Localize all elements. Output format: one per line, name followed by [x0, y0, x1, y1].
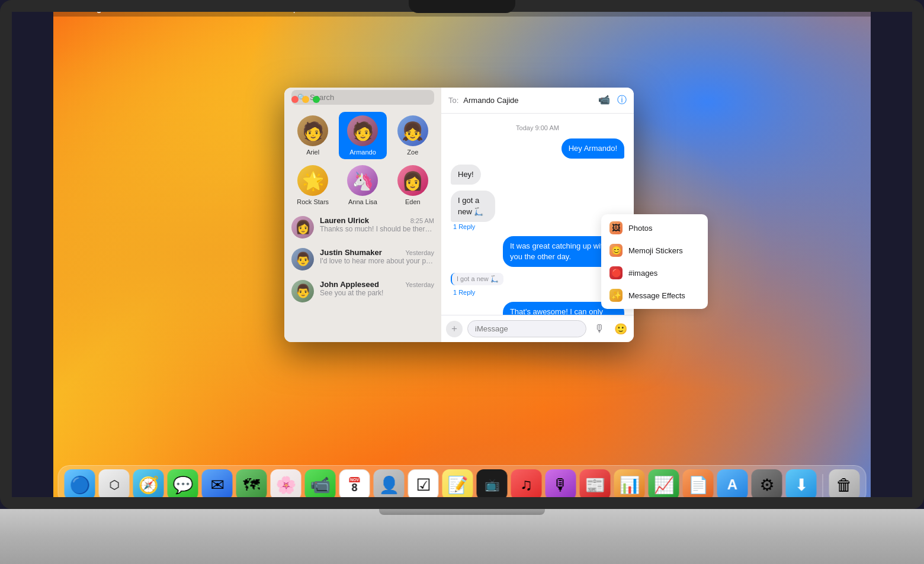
pinned-contact-armando[interactable]: 🧑 Armando — [339, 112, 386, 159]
search-icon[interactable]: 🔍 — [777, 4, 785, 12]
menubar-app-name[interactable]: Messages — [73, 4, 110, 13]
dock-systemprefs[interactable]: ⚙ — [752, 469, 782, 500]
popover-item-photos[interactable]: 🖼 Photos — [601, 217, 708, 239]
wifi-icon[interactable]: WiFi — [756, 4, 771, 12]
msg-header-lauren: Lauren Ulrick 8:25 AM — [320, 216, 434, 225]
dock-music[interactable]: ♫ — [511, 469, 542, 500]
dock-appletv[interactable]: 📺 — [477, 469, 508, 500]
bubble-row-1: Hey Armando! — [451, 138, 624, 159]
apple-logo-icon[interactable]:  — [60, 4, 63, 14]
pinned-name-ariel: Ariel — [306, 149, 319, 156]
maximize-button[interactable] — [313, 96, 320, 103]
emoji-button[interactable]: 🙂 — [612, 321, 629, 337]
pinned-contact-annalisa[interactable]: 🦄 Anna Lisa — [339, 162, 386, 209]
dock-trash[interactable]: 🗑 — [829, 469, 860, 500]
dock-keynote[interactable]: 📊 — [614, 469, 645, 500]
bubble-2: Hey! — [451, 165, 481, 185]
battery-icon: ▮▮▮▮ — [734, 4, 750, 12]
menu-conversation[interactable]: Conversation — [190, 4, 236, 13]
popover-item-memoji[interactable]: 😊 Memoji Stickers — [601, 239, 708, 262]
dock-mail[interactable]: ✉ — [202, 469, 233, 500]
msg-preview-lauren: Thanks so much! I should be there by 9:0… — [320, 225, 434, 233]
msg-name-john: John Appleseed — [320, 280, 379, 289]
bubble-row-3: I got a new 🛴 1 Reply — [451, 191, 624, 230]
list-item-john[interactable]: 👨 John Appleseed Yesterday See you at th… — [284, 275, 441, 307]
volume-icon[interactable]: 🔊 — [719, 4, 728, 12]
control-center-icon[interactable]: ⊞ — [791, 4, 797, 12]
dock-news[interactable]: 📰 — [580, 469, 611, 500]
traffic-lights — [291, 96, 320, 103]
audio-button[interactable]: 🎙 — [591, 321, 608, 337]
minimize-button[interactable] — [302, 96, 309, 103]
message-input[interactable] — [467, 320, 586, 337]
dock-safari[interactable]: 🧭 — [133, 469, 164, 500]
dock-contacts[interactable]: 👤 — [374, 469, 405, 500]
menu-help[interactable]: Help — [282, 4, 298, 13]
list-item-justin[interactable]: 👨 Justin Shumaker Yesterday I'd love to … — [284, 243, 441, 275]
dock-appstore[interactable]: A — [717, 469, 748, 500]
images-icon: 🔴 — [609, 266, 623, 279]
dock-photos[interactable]: 🌸 — [271, 469, 301, 500]
laptop-hinge — [379, 509, 545, 515]
reply-indicator-2[interactable]: 1 Reply — [453, 289, 503, 296]
messages-window: ✏ 🔍 🧑 Ariel 🧑 Armando — [284, 88, 634, 342]
menubar-right: 🔊 ▮▮▮▮ WiFi 🔍 ⊞ Tue Nov 8 9:41 AM — [719, 4, 864, 12]
msg-name-justin: Justin Shumaker — [320, 248, 382, 257]
avatar-lauren: 👩 — [291, 216, 314, 239]
pinned-contact-rockstars[interactable]: 🌟 Rock Stars — [289, 162, 336, 209]
dock-facetime[interactable]: 📹 — [305, 469, 336, 500]
msg-preview-john: See you at the park! — [320, 289, 434, 297]
photos-icon: 🖼 — [609, 221, 623, 234]
msg-name-lauren: Lauren Ulrick — [320, 216, 369, 225]
input-bar: ＋ 🎙 🙂 — [441, 315, 634, 342]
dock-finder[interactable]: 🔵 — [65, 469, 95, 500]
reply-quote-bubble: I got a new 🛴 — [451, 273, 503, 285]
pinned-name-annalisa: Anna Lisa — [348, 198, 377, 205]
memoji-icon: 😊 — [609, 244, 623, 257]
bubble-3: I got a new 🛴 — [451, 191, 495, 221]
popover-item-effects[interactable]: ✨ Message Effects — [601, 284, 708, 307]
pinned-name-armando: Armando — [349, 149, 376, 156]
dock-numbers[interactable]: 📈 — [649, 469, 679, 500]
pinned-contact-zoe[interactable]: 👧 Zoe — [389, 112, 437, 159]
dock-launchpad[interactable]: ⬡ — [99, 469, 130, 500]
dock-podcasts[interactable]: 🎙 — [546, 469, 576, 500]
chat-to-label: To: — [448, 96, 458, 105]
dock: 🔵 ⬡ 🧭 💬 ✉ 🗺 🌸 📹 NOV 8 👤 ☑ 📝 📺 ♫ 🎙 📰 📊 📈 — [58, 465, 867, 504]
msg-header-john: John Appleseed Yesterday — [320, 280, 434, 289]
video-call-button[interactable]: 📹 — [598, 94, 610, 107]
menu-edit[interactable]: Edit — [142, 4, 155, 13]
popover-label-images: #images — [628, 269, 657, 278]
chat-timestamp: Today 9:00 AM — [451, 124, 624, 131]
dock-messages[interactable]: 💬 — [168, 469, 198, 500]
dock-calendar[interactable]: NOV 8 — [339, 469, 370, 500]
reply-indicator-1[interactable]: 1 Reply — [453, 223, 514, 230]
attach-popover: 🖼 Photos 😊 Memoji Stickers 🔴 #images ✨ M… — [601, 214, 708, 309]
msg-content-lauren: Lauren Ulrick 8:25 AM Thanks so much! I … — [320, 216, 434, 233]
bubble-row-2: Hey! — [451, 165, 624, 185]
menu-window[interactable]: Window — [245, 4, 272, 13]
attach-button[interactable]: ＋ — [446, 321, 463, 337]
avatar-ariel: 🧑 — [297, 115, 328, 146]
pinned-contact-ariel[interactable]: 🧑 Ariel — [289, 112, 336, 159]
avatar-annalisa: 🦄 — [347, 165, 378, 196]
avatar-eden: 👩 — [397, 165, 428, 196]
laptop-base — [0, 509, 924, 564]
dock-maps[interactable]: 🗺 — [236, 469, 267, 500]
info-button[interactable]: ⓘ — [617, 94, 627, 107]
dock-reminders[interactable]: ☑ — [408, 469, 439, 500]
pinned-name-eden: Eden — [405, 198, 421, 205]
menu-view[interactable]: View — [164, 4, 181, 13]
menu-file[interactable]: File — [120, 4, 132, 13]
menubar-time: Tue Nov 8 9:41 AM — [803, 4, 864, 12]
bubble-row-5: I got a new 🛴 1 Reply — [451, 273, 624, 296]
chat-recipient: Armando Cajide — [463, 96, 518, 105]
pinned-name-zoe: Zoe — [407, 149, 418, 156]
dock-notes[interactable]: 📝 — [442, 469, 473, 500]
dock-pages[interactable]: 📄 — [683, 469, 714, 500]
list-item-lauren[interactable]: 👩 Lauren Ulrick 8:25 AM Thanks so much! … — [284, 211, 441, 243]
pinned-contact-eden[interactable]: 👩 Eden — [389, 162, 437, 209]
close-button[interactable] — [291, 96, 299, 103]
popover-item-images[interactable]: 🔴 #images — [601, 262, 708, 284]
dock-maccleaner[interactable]: ⬇ — [786, 469, 817, 500]
